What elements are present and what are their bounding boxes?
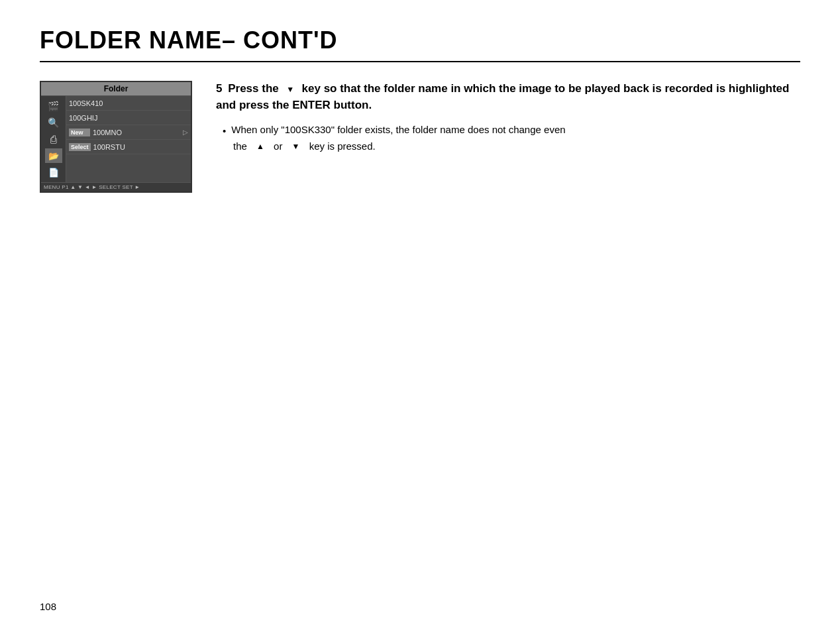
new-folder-icon: 📂 [45,148,62,163]
folder-row-3: New 100MNO ▷ [66,125,191,140]
folder-movie-icon: 🎬 [45,99,62,113]
select-icon: 📄 [45,165,62,180]
copy-icon: ⎙ [45,132,62,146]
page-title: FOLDER NAME– CONT'D [40,26,800,62]
page-number: 108 [40,601,56,612]
continuation-the: the [233,139,247,154]
bullet-continuation: the ▲ or ▼ key is pressed. [223,139,800,154]
step-text-post: key so that the folder name in which the… [216,82,789,111]
folder-name-1: 100SK410 [69,99,188,107]
continuation-suffix: key is pressed. [309,139,376,154]
lcd-panel: Folder 🎬 🔍 ⎙ 📂 📄 100SK410 100GHIJ [40,81,192,193]
down-arrow-key: ▼ [292,140,300,152]
lcd-header: Folder [41,82,191,96]
lcd-rows: 100SK410 100GHIJ New 100MNO ▷ Select 100… [66,96,191,182]
content-area: Folder 🎬 🔍 ⎙ 📂 📄 100SK410 100GHIJ [40,81,800,193]
row-arrow-3: ▷ [183,129,188,136]
step-text-pre: Press the [228,82,285,95]
lcd-footer: MENU P1 ▲ ▼ ◄ ► SELECT SET ► [41,182,191,191]
step-number: 5 [216,82,222,95]
bullet-text-1: When only "100SK330" folder exists, the … [231,123,800,138]
search-icon: 🔍 [45,115,62,130]
continuation-or: or [274,139,282,154]
bullet-line-1: • When only "100SK330" folder exists, th… [223,123,800,139]
lcd-body: 🎬 🔍 ⎙ 📂 📄 100SK410 100GHIJ New 100MNO [41,96,191,182]
down-arrow-inline: ▼ [286,84,294,95]
instructions: 5 Press the ▼ key so that the folder nam… [216,81,800,154]
folder-row-2: 100GHIJ [66,111,191,125]
folder-name-4: 100RSTU [93,143,188,151]
bullet-item: • When only "100SK330" folder exists, th… [216,123,800,154]
folder-row-1: 100SK410 [66,96,191,111]
select-label: Select [69,143,91,151]
new-label: New [69,129,90,136]
lcd-sidebar: 🎬 🔍 ⎙ 📂 📄 [41,96,66,182]
folder-row-4: Select 100RSTU [66,140,191,154]
folder-name-3: 100MNO [93,129,183,136]
folder-name-2: 100GHIJ [69,114,188,122]
step-heading: 5 Press the ▼ key so that the folder nam… [216,81,800,113]
bullet-dot: • [223,124,226,139]
up-arrow-key: ▲ [256,140,264,152]
